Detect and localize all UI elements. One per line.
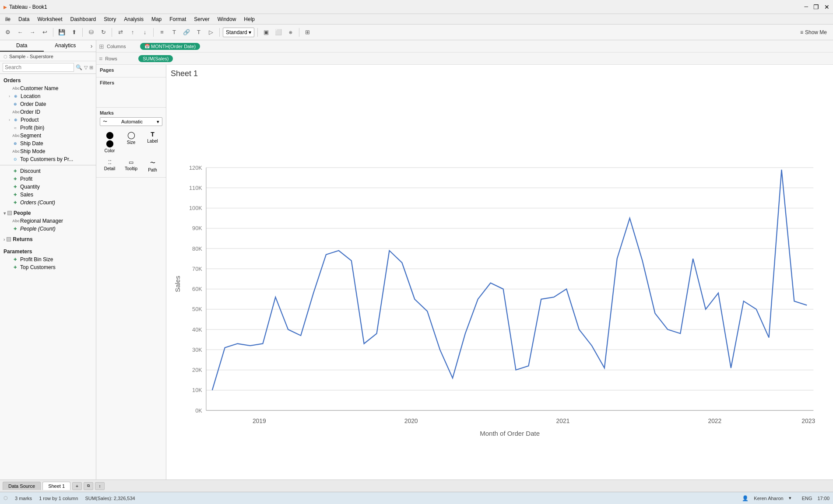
menu-data[interactable]: Data <box>15 15 33 23</box>
undo-btn[interactable]: ↩ <box>39 27 50 38</box>
marks-section: Marks 〜 Automatic ▾ ⬤⬤ Color ◯ Size <box>96 108 166 178</box>
duplicate-sheet-btn[interactable]: ⧉ <box>84 482 93 490</box>
maximize-btn[interactable]: ❐ <box>813 4 819 10</box>
field-quantity[interactable]: ✚ Quantity <box>0 183 96 191</box>
menu-story[interactable]: Story <box>100 15 120 23</box>
forward-btn[interactable]: → <box>27 27 38 38</box>
sort-asc-btn[interactable]: ↑ <box>127 27 138 38</box>
layout-btn[interactable]: ⊞ <box>302 27 313 38</box>
search-icon[interactable]: 🔍 <box>76 64 82 70</box>
menu-worksheet[interactable]: Worksheet <box>34 15 66 23</box>
tooltip-btn[interactable]: 🔗 <box>181 27 192 38</box>
sep1 <box>53 28 53 37</box>
label-btn[interactable]: T Label <box>143 129 162 155</box>
svg-text:Sales: Sales <box>174 276 181 292</box>
field-label: Profit Bin Size <box>20 256 53 262</box>
menu-help[interactable]: Help <box>240 15 258 23</box>
menu-ile[interactable]: ile <box>2 15 14 23</box>
minimize-btn[interactable]: ─ <box>804 4 808 10</box>
app-title: Tableau - Book1 <box>9 4 47 10</box>
datasource-icon: ⬡ <box>4 54 7 59</box>
field-customer-name[interactable]: Abc Customer Name <box>0 84 96 92</box>
field-profit[interactable]: ✚ Profit <box>0 175 96 183</box>
menu-window[interactable]: Window <box>214 15 240 23</box>
field-profit-bin[interactable]: ≈ Profit (bin) <box>0 124 96 132</box>
field-location[interactable]: › ⊕ Location <box>0 92 96 100</box>
field-segment[interactable]: Abc Segment <box>0 132 96 140</box>
menu-dashboard[interactable]: Dashboard <box>67 15 100 23</box>
add-sheet-btn[interactable]: + <box>72 482 82 490</box>
field-ship-mode[interactable]: Abc Ship Mode <box>0 147 96 155</box>
status-sum-sales: SUM(Sales): 2,326,534 <box>85 496 135 501</box>
field-orders-count[interactable]: ✚ Orders (Count) <box>0 199 96 206</box>
size-btn[interactable]: ◯ Size <box>121 129 141 155</box>
datasource-name[interactable]: Sample - Superstore <box>9 54 53 59</box>
svg-text:60K: 60K <box>192 286 202 292</box>
refresh-btn[interactable]: ↻ <box>98 27 109 38</box>
field-order-date[interactable]: ⊕ Order Date <box>0 100 96 108</box>
tab-data-source[interactable]: Data Source <box>3 482 41 490</box>
field-people-count[interactable]: ✚ People (Count) <box>0 225 96 233</box>
status-data-source-icon: ⬡ <box>4 495 8 501</box>
user-dropdown[interactable]: ▾ <box>789 495 791 501</box>
back-btn[interactable]: ← <box>15 27 25 38</box>
connect-btn[interactable]: ⛁ <box>86 27 96 38</box>
menu-format[interactable]: Format <box>166 15 190 23</box>
tab-sheet1[interactable]: Sheet 1 <box>42 482 70 490</box>
label-btn[interactable]: T <box>169 27 179 38</box>
move-sheet-btn[interactable]: ↕ <box>95 482 105 490</box>
field-sales[interactable]: ✚ Sales <box>0 191 96 199</box>
swap-btn[interactable]: ⇄ <box>115 27 126 38</box>
field-label: Ship Date <box>20 140 43 147</box>
rows-pill[interactable]: SUM(Sales) <box>138 55 173 62</box>
field-discount[interactable]: ✚ Discount <box>0 167 96 175</box>
field-order-id[interactable]: Abc Order ID <box>0 108 96 116</box>
close-btn[interactable]: ✕ <box>824 4 829 10</box>
annotation-btn[interactable]: T <box>193 27 204 38</box>
svg-text:110K: 110K <box>189 185 202 191</box>
panel-collapse-btn[interactable]: › <box>87 40 96 52</box>
calc-icon: ⊙ <box>12 157 18 161</box>
field-ship-date[interactable]: ⊕ Ship Date <box>0 140 96 147</box>
menu-analysis[interactable]: Analysis <box>120 15 147 23</box>
abc-icon: Abc <box>12 149 18 154</box>
fit-btn[interactable]: ≡ <box>157 27 167 38</box>
new-btn[interactable]: ⚙ <box>3 27 13 38</box>
show-me-label: Show Me <box>805 29 827 35</box>
field-label: Order ID <box>20 109 40 115</box>
field-label: Orders (Count) <box>20 200 55 206</box>
field-top-customers[interactable]: ⊙ Top Customers by Pr... <box>0 155 96 163</box>
user-icon: 👤 <box>742 495 749 501</box>
group-icon[interactable]: ⊞ <box>89 65 93 70</box>
menu-server[interactable]: Server <box>190 15 213 23</box>
menu-map[interactable]: Map <box>148 15 165 23</box>
marks-type-dropdown[interactable]: 〜 Automatic ▾ <box>100 117 162 126</box>
field-profit-bin-size[interactable]: ✚ Profit Bin Size <box>0 256 96 263</box>
field-regional-manager[interactable]: Abc Regional Manager <box>0 217 96 225</box>
tab-analytics[interactable]: Analytics <box>44 40 88 52</box>
svg-text:Month of Order Date: Month of Order Date <box>480 430 540 437</box>
field-product[interactable]: › ⊕ Product <box>0 116 96 124</box>
sheet-title: Sheet 1 <box>171 69 829 78</box>
present-btn[interactable]: ⬜ <box>273 27 284 38</box>
sort-desc-btn[interactable]: ↓ <box>140 27 150 38</box>
view-size-dropdown[interactable]: Standard ▾ <box>223 28 254 37</box>
show-me-btn[interactable]: ≡ Show Me <box>797 28 830 37</box>
path-btn[interactable]: 〜 Path <box>143 157 162 175</box>
color-btn[interactable]: ⬤⬤ Color <box>100 129 120 155</box>
filter-icon[interactable]: ▽ <box>84 65 88 70</box>
tooltip-btn[interactable]: ▭ Tooltip <box>121 157 141 175</box>
detail-btn[interactable]: ⁚⁚ Detail <box>100 157 120 175</box>
search-input[interactable] <box>3 63 74 72</box>
field-top-customers-param[interactable]: ✚ Top Customers <box>0 263 96 271</box>
publish-btn[interactable]: ⬆ <box>69 27 79 38</box>
save-btn[interactable]: 💾 <box>56 27 67 38</box>
animate-btn[interactable]: ▷ <box>206 27 216 38</box>
share-btn[interactable]: ⎈ <box>285 27 296 38</box>
device-preview-btn[interactable]: ▣ <box>261 27 271 38</box>
tab-data[interactable]: Data <box>0 40 44 52</box>
columns-pill[interactable]: 📅 MONTH(Order Date) <box>140 43 200 50</box>
sep6 <box>257 28 258 37</box>
measure-icon: ✚ <box>12 177 18 181</box>
path-label: Path <box>148 168 157 172</box>
